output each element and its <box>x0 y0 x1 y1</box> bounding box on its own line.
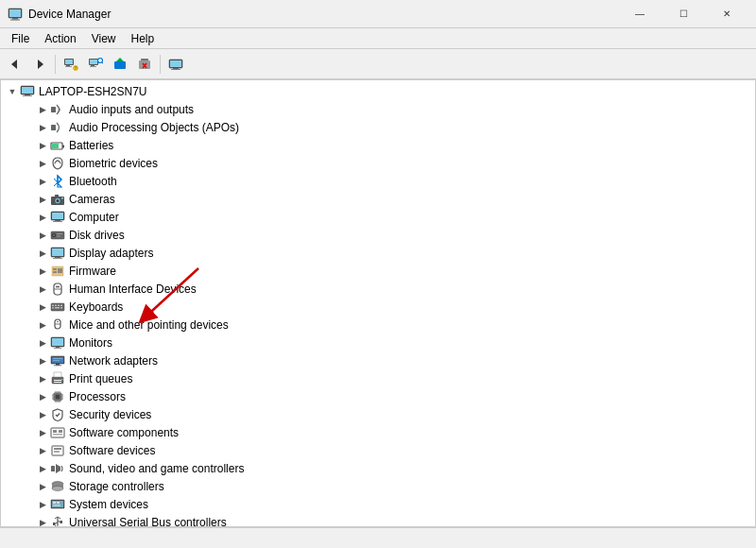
maximize-button[interactable]: ☐ <box>662 0 705 28</box>
expand-icon[interactable]: ▶ <box>35 174 50 189</box>
svg-rect-68 <box>52 307 54 309</box>
tree-root-item[interactable]: ▼ LAPTOP-ESH2SN7U <box>1 82 755 100</box>
expand-icon[interactable]: ▶ <box>35 515 50 528</box>
toolbar-scan-button[interactable] <box>84 53 107 76</box>
expand-icon[interactable]: ▶ <box>35 335 50 351</box>
title-bar: Device Manager — ☐ ✕ <box>0 0 756 28</box>
svg-rect-36 <box>52 144 59 148</box>
svg-rect-118 <box>53 505 60 506</box>
expand-icon[interactable]: ▶ <box>35 138 50 153</box>
expand-icon[interactable]: ▶ <box>35 156 50 171</box>
toolbar: ? <box>0 49 756 79</box>
expand-icon[interactable]: ▶ <box>35 120 50 135</box>
list-item[interactable]: ▶ Sound, video and game controllers <box>1 459 755 477</box>
toolbar-uninstall-button[interactable] <box>133 53 156 76</box>
toolbar-back-button[interactable] <box>4 53 26 76</box>
toolbar-update-button[interactable] <box>109 53 131 76</box>
svg-rect-52 <box>52 248 63 256</box>
list-item[interactable]: ▶ Universal Serial Bus controllers <box>1 513 755 527</box>
list-item[interactable]: ▶ Monitors <box>1 334 755 351</box>
list-item[interactable]: ▶ Security devices <box>1 405 755 423</box>
list-item[interactable]: ▶ Audio Processing Objects (APOs) <box>1 118 755 136</box>
list-item[interactable]: ▶ Cameras <box>1 190 755 208</box>
list-item[interactable]: ▶ Disk drives <box>1 226 755 244</box>
expand-icon[interactable]: ▶ <box>35 407 50 422</box>
list-item[interactable]: ▶ Bluetooth <box>1 172 755 190</box>
expand-icon[interactable]: ▶ <box>35 246 50 261</box>
expand-icon[interactable]: ▶ <box>35 102 50 117</box>
svg-point-61 <box>56 285 58 287</box>
toolbar-display-button[interactable] <box>164 53 187 76</box>
list-item[interactable]: ▶ Print queues <box>1 369 755 387</box>
print-icon <box>50 371 65 386</box>
svg-rect-26 <box>173 68 179 69</box>
menu-view[interactable]: View <box>84 28 124 48</box>
menu-action[interactable]: Action <box>37 28 83 48</box>
minimize-button[interactable]: — <box>618 0 662 28</box>
svg-rect-2 <box>12 18 18 20</box>
root-computer-icon <box>20 84 35 99</box>
expand-icon[interactable]: ▶ <box>35 425 50 440</box>
svg-rect-15 <box>90 66 96 67</box>
menu-help[interactable]: Help <box>124 28 163 48</box>
expand-icon[interactable]: ▶ <box>35 461 50 476</box>
svg-point-73 <box>57 320 59 322</box>
sound-icon <box>50 461 65 476</box>
expand-icon[interactable]: ▶ <box>35 264 50 279</box>
svg-marker-5 <box>38 60 43 69</box>
expand-icon[interactable]: ▶ <box>35 228 50 243</box>
list-item[interactable]: ▶ Audio inputs and outputs <box>1 100 755 118</box>
svg-rect-69 <box>55 307 60 309</box>
bluetooth-icon <box>50 174 65 189</box>
expand-icon[interactable]: ▶ <box>35 192 50 207</box>
svg-rect-33 <box>51 125 56 130</box>
expand-icon[interactable]: ▶ <box>35 389 50 404</box>
expand-icon[interactable]: ▶ <box>35 317 50 333</box>
list-item[interactable]: ▶ Software devices <box>1 441 755 459</box>
item-label: Mice and other pointing devices <box>69 318 229 332</box>
list-item[interactable]: ▶ Software components <box>1 423 755 441</box>
list-item[interactable]: ▶ Display adapters <box>1 244 755 262</box>
keyboard-icon <box>50 300 65 315</box>
list-item[interactable]: ▶ <box>1 387 755 405</box>
toolbar-forward-button[interactable] <box>28 53 51 76</box>
list-item[interactable]: ▶ Firmware <box>1 262 755 280</box>
svg-rect-32 <box>51 107 56 112</box>
expand-icon[interactable]: ▶ <box>35 300 50 315</box>
processor-icon <box>50 389 65 404</box>
list-item[interactable]: ▶ Keyboards <box>1 298 755 316</box>
list-item[interactable]: ▶ Batteries <box>1 136 755 154</box>
list-item[interactable]: ▶ Biometric devices <box>1 154 755 172</box>
svg-rect-83 <box>54 365 61 366</box>
svg-rect-70 <box>60 307 62 309</box>
expand-icon[interactable]: ▶ <box>35 210 50 225</box>
item-label: Storage controllers <box>69 480 164 493</box>
svg-point-62 <box>58 285 60 287</box>
close-button[interactable]: ✕ <box>705 0 748 28</box>
list-item[interactable]: ▶ Storage controllers <box>1 477 755 495</box>
root-expand-icon[interactable]: ▼ <box>5 84 20 99</box>
svg-rect-109 <box>54 451 60 453</box>
svg-rect-35 <box>62 145 64 147</box>
expand-icon[interactable]: ▶ <box>35 479 50 494</box>
expand-icon[interactable]: ▶ <box>35 371 50 386</box>
svg-rect-108 <box>54 448 61 450</box>
list-item[interactable]: ▶ Computer <box>1 208 755 226</box>
camera-icon <box>50 192 65 207</box>
list-item[interactable]: ▶ System devices <box>1 495 755 513</box>
svg-rect-41 <box>61 197 63 199</box>
list-item[interactable]: ▶ Human Interface Devices <box>1 280 755 298</box>
toolbar-computer-button[interactable]: ? <box>60 53 82 76</box>
list-item[interactable]: ▶ Mice and other pointing devices <box>1 316 755 334</box>
expand-icon[interactable]: ▶ <box>35 443 50 458</box>
expand-icon[interactable]: ▶ <box>35 353 50 368</box>
list-item[interactable]: ▶ Network adapters <box>1 351 755 369</box>
main-content[interactable]: ▼ LAPTOP-ESH2SN7U ▶ <box>0 79 756 527</box>
svg-rect-21 <box>141 59 148 60</box>
expand-icon[interactable]: ▶ <box>35 282 50 297</box>
menu-file[interactable]: File <box>4 28 37 48</box>
svg-rect-80 <box>53 358 62 359</box>
battery-icon <box>50 138 65 153</box>
expand-icon[interactable]: ▶ <box>35 497 50 512</box>
item-label: Security devices <box>69 408 151 421</box>
